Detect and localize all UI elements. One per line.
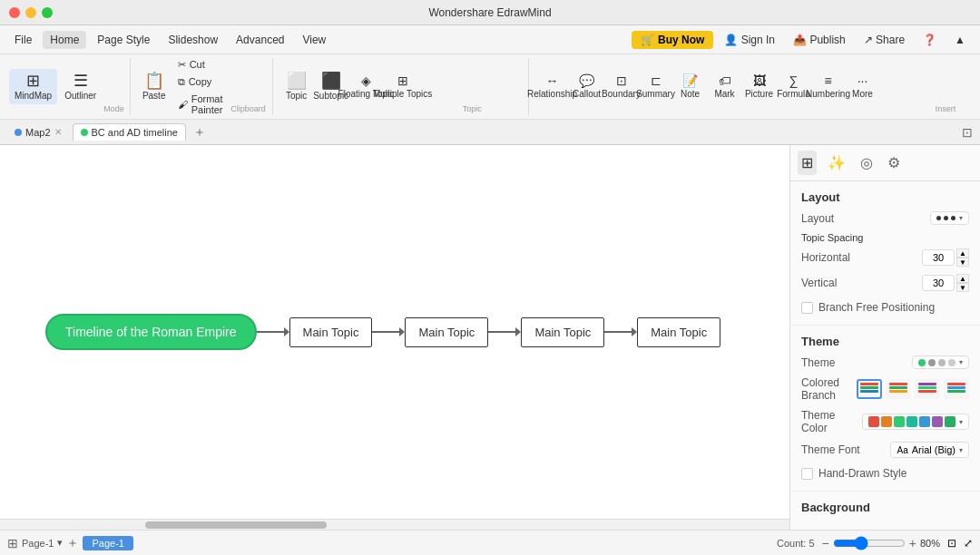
- note-button[interactable]: 📝 Note: [674, 71, 707, 102]
- topic-node-0[interactable]: Main Topic: [289, 317, 373, 347]
- topic-node-3[interactable]: Main Topic: [637, 317, 720, 347]
- more-button[interactable]: ··· More: [847, 71, 879, 102]
- maximize-button[interactable]: [42, 7, 53, 18]
- picture-button[interactable]: 🖼 Picture: [743, 71, 776, 102]
- add-tab-button[interactable]: ＋: [190, 124, 210, 141]
- vertical-value-input[interactable]: [922, 275, 955, 291]
- topic-node-1[interactable]: Main Topic: [405, 317, 488, 347]
- sign-in-button[interactable]: 👤 Sign In: [717, 31, 782, 49]
- format-painter-button[interactable]: 🖌 Format Painter: [172, 92, 229, 117]
- color-swatch-teal[interactable]: [906, 416, 917, 427]
- callout-icon: 💬: [579, 74, 594, 87]
- theme-dropdown[interactable]: ▾: [912, 355, 969, 369]
- central-node[interactable]: Timeline of the Roman Empire: [45, 314, 257, 350]
- subtopic-button[interactable]: ⬛ Subtopic: [315, 69, 348, 104]
- tab-bc-ad-timeline[interactable]: BC and AD timeline: [73, 123, 186, 141]
- colored-branch-option-4[interactable]: [944, 379, 969, 399]
- scroll-area[interactable]: [0, 519, 789, 530]
- numbering-button[interactable]: ≡ Numbering: [812, 71, 845, 102]
- window-controls[interactable]: [9, 7, 53, 18]
- horizontal-value-input[interactable]: [922, 249, 955, 266]
- hand-drawn-checkbox[interactable]: [801, 468, 813, 480]
- colored-branch-options: [857, 379, 969, 399]
- outliner-button[interactable]: ☰ Outliner: [59, 69, 102, 104]
- panel-tab-style[interactable]: ✨: [824, 151, 849, 175]
- colored-branch-option-1[interactable]: [857, 379, 882, 399]
- horizontal-increment-button[interactable]: ▲: [956, 248, 969, 258]
- layout-dot-3: [951, 216, 956, 220]
- buy-now-button[interactable]: 🛒 Buy Now: [632, 31, 713, 49]
- close-button[interactable]: [9, 7, 20, 18]
- fullscreen-button[interactable]: ⤢: [964, 537, 973, 550]
- color-swatch-red[interactable]: [868, 416, 879, 427]
- add-page-button[interactable]: ＋: [66, 535, 79, 551]
- cut-button[interactable]: ✂ Cut: [172, 57, 229, 73]
- connector-1: [372, 327, 405, 336]
- color-swatch-darkgreen[interactable]: [945, 416, 956, 427]
- vertical-decrement-button[interactable]: ▼: [956, 283, 969, 292]
- tab-map2[interactable]: Map2 ✕: [7, 124, 69, 141]
- boundary-button[interactable]: ⊡ Boundary: [605, 71, 638, 102]
- menu-home[interactable]: Home: [43, 31, 86, 49]
- app-title: Wondershare EdrawMind: [428, 6, 551, 19]
- horizontal-decrement-button[interactable]: ▼: [956, 258, 969, 267]
- close-tab-map2[interactable]: ✕: [54, 127, 62, 137]
- layout-setting-row: Layout ▾: [801, 211, 969, 225]
- topic-node-2[interactable]: Main Topic: [521, 317, 604, 347]
- color-swatch-blue[interactable]: [919, 416, 930, 427]
- copy-button[interactable]: ⧉ Copy: [172, 74, 229, 90]
- summary-button[interactable]: ⊏ Summary: [640, 71, 672, 102]
- publish-button[interactable]: 📤 Publish: [786, 31, 853, 49]
- help-button[interactable]: ❓: [916, 31, 944, 49]
- multiple-topics-button[interactable]: ⊞ Multiple Topics: [385, 71, 420, 102]
- zoom-out-button[interactable]: −: [822, 536, 829, 550]
- count-display: Count: 5: [777, 538, 815, 549]
- panel-tab-target[interactable]: ◎: [857, 151, 877, 175]
- connector-line-3: [604, 331, 632, 333]
- minimize-button[interactable]: [25, 7, 36, 18]
- topic-button[interactable]: ⬜ Topic: [280, 69, 313, 104]
- menu-view[interactable]: View: [295, 31, 333, 49]
- paste-button[interactable]: 📋 Paste: [138, 69, 171, 104]
- layout-dropdown[interactable]: ▾: [930, 211, 969, 225]
- toolbar-insert-group: ↔ Relationship 💬 Callout ⊡ Boundary ⊏ Su…: [531, 58, 980, 115]
- copy-icon: ⧉: [178, 76, 185, 88]
- background-section: Background: [790, 492, 980, 530]
- menu-advanced[interactable]: Advanced: [229, 31, 291, 49]
- share-button[interactable]: ↗ Share: [857, 31, 912, 49]
- zoom-slider[interactable]: [833, 536, 906, 550]
- callout-button[interactable]: 💬 Callout: [571, 71, 603, 102]
- cb-stripe-3-2: [918, 386, 936, 389]
- status-right: Count: 5 − + 80% ⊡ ⤢: [777, 536, 973, 550]
- colored-branch-option-2[interactable]: [886, 379, 911, 399]
- theme-dot-2: [928, 359, 936, 366]
- mark-button[interactable]: 🏷 Mark: [709, 71, 741, 102]
- page-dropdown-arrow[interactable]: ▾: [57, 537, 63, 549]
- active-page-tab[interactable]: Page-1: [83, 536, 132, 550]
- theme-color-dropdown[interactable]: ▾: [862, 414, 969, 430]
- expand-panel-button[interactable]: ⊡: [962, 125, 973, 140]
- branch-free-positioning-label: Branch Free Positioning: [818, 301, 935, 314]
- mindmap-button[interactable]: ⊞ MindMap: [9, 69, 57, 104]
- zoom-in-button[interactable]: +: [909, 536, 916, 550]
- theme-font-dropdown[interactable]: Aa Arial (Big) ▾: [890, 442, 969, 458]
- scroll-thumb[interactable]: [145, 521, 327, 529]
- colored-branch-option-3[interactable]: [915, 379, 940, 399]
- canvas[interactable]: Timeline of the Roman Empire Main Topic: [0, 145, 789, 519]
- mind-map: Timeline of the Roman Empire Main Topic: [45, 314, 720, 350]
- menu-page-style[interactable]: Page Style: [90, 31, 157, 49]
- panel-tab-settings[interactable]: ⚙: [884, 151, 904, 175]
- fit-to-screen-button[interactable]: ⊡: [947, 537, 956, 550]
- collapse-button[interactable]: ▲: [947, 31, 973, 49]
- menu-slideshow[interactable]: Slideshow: [161, 31, 225, 49]
- vertical-spacing-input: ▲ ▼: [922, 274, 969, 292]
- color-swatch-green[interactable]: [894, 416, 905, 427]
- relationship-button[interactable]: ↔ Relationship: [536, 71, 569, 102]
- panel-tab-layout[interactable]: ⊞: [798, 151, 817, 175]
- color-swatch-orange[interactable]: [881, 416, 892, 427]
- menu-file[interactable]: File: [7, 31, 39, 49]
- color-swatch-purple[interactable]: [932, 416, 943, 427]
- vertical-increment-button[interactable]: ▲: [956, 274, 969, 283]
- floating-topic-icon: ◈: [361, 74, 371, 87]
- branch-free-positioning-checkbox[interactable]: [801, 302, 813, 314]
